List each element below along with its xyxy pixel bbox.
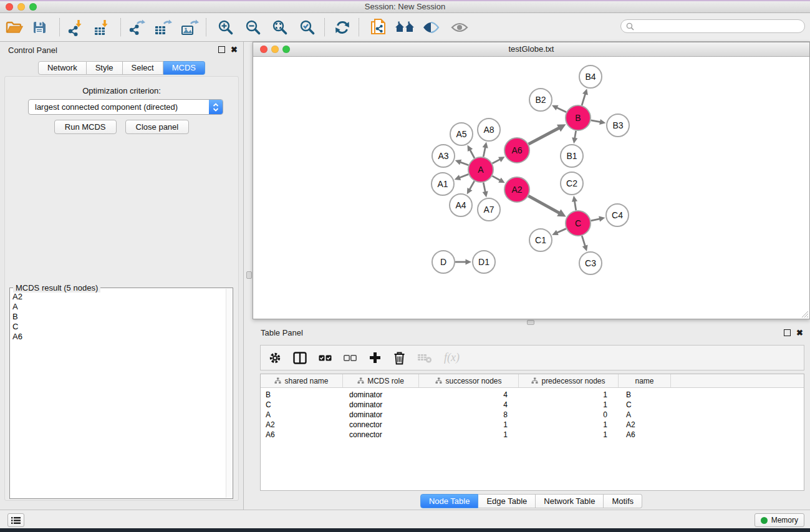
- graph-node-C3[interactable]: C3: [579, 252, 602, 274]
- select-all-button[interactable]: [319, 355, 332, 361]
- graph-node-A6[interactable]: A6: [504, 138, 529, 163]
- mcds-result-item[interactable]: A: [12, 302, 225, 312]
- zoom-out-button[interactable]: [241, 16, 265, 38]
- cell-shared-name[interactable]: B: [261, 390, 343, 400]
- function-builder-button[interactable]: f(x): [444, 351, 460, 364]
- zoom-fit-button[interactable]: [268, 16, 292, 38]
- cell-MCDS-role[interactable]: dominator: [343, 400, 419, 410]
- graph-node-A2[interactable]: A2: [504, 177, 529, 202]
- graph-node-A5[interactable]: A5: [450, 123, 473, 145]
- memory-button[interactable]: Memory: [755, 513, 804, 527]
- close-panel-icon[interactable]: ✖: [231, 46, 238, 53]
- table-row[interactable]: A6connector11A6: [261, 430, 804, 440]
- window-resize-grip[interactable]: [801, 310, 809, 318]
- graph-node-B1[interactable]: B1: [561, 145, 583, 167]
- vertical-splitter-grip[interactable]: [246, 271, 252, 279]
- cell-predecessor-nodes[interactable]: 0: [519, 410, 619, 420]
- deselect-all-button[interactable]: [344, 355, 357, 361]
- cell-predecessor-nodes[interactable]: 1: [519, 420, 619, 430]
- cell-successor-nodes[interactable]: 8: [419, 410, 519, 420]
- column-header-successor-nodes[interactable]: successor nodes: [419, 374, 519, 387]
- refresh-layout-button[interactable]: [330, 16, 354, 38]
- graph-node-A7[interactable]: A7: [478, 198, 500, 221]
- cell-successor-nodes[interactable]: 4: [419, 390, 519, 400]
- cell-shared-name[interactable]: A6: [261, 430, 343, 440]
- network-canvas[interactable]: B4B2BB3A8A5A6A3B1AA1C2A2A4A7C4CC1DD1C3: [253, 57, 809, 319]
- show-columns-button[interactable]: [293, 352, 307, 364]
- result-scrollbar[interactable]: [226, 289, 232, 498]
- cell-name[interactable]: A: [619, 410, 671, 420]
- column-header-shared-name[interactable]: shared name: [261, 374, 343, 387]
- cell-successor-nodes[interactable]: 1: [419, 430, 519, 440]
- graph-node-B2[interactable]: B2: [529, 89, 552, 111]
- graph-node-A[interactable]: A: [468, 157, 493, 182]
- cell-predecessor-nodes[interactable]: 1: [519, 430, 619, 440]
- float-panel-icon[interactable]: [218, 46, 225, 53]
- graph-node-A4[interactable]: A4: [450, 194, 472, 216]
- graph-node-B3[interactable]: B3: [607, 114, 629, 137]
- cell-successor-nodes[interactable]: 4: [419, 400, 519, 410]
- tab-mcds[interactable]: MCDS: [163, 61, 205, 75]
- table-settings-button[interactable]: [269, 352, 281, 364]
- zoom-in-button[interactable]: [214, 16, 238, 38]
- cell-shared-name[interactable]: A: [261, 410, 343, 420]
- zoom-traffic-light[interactable]: [29, 3, 37, 11]
- import-table-button[interactable]: [90, 16, 113, 38]
- mcds-result-item[interactable]: C: [12, 322, 225, 332]
- table-row[interactable]: Bdominator41B: [261, 390, 804, 400]
- export-table-button[interactable]: [151, 16, 175, 38]
- column-header-predecessor-nodes[interactable]: predecessor nodes: [519, 374, 619, 387]
- cell-MCDS-role[interactable]: dominator: [343, 410, 419, 420]
- cell-shared-name[interactable]: C: [261, 400, 343, 410]
- graph-node-C[interactable]: C: [566, 211, 591, 236]
- cell-name[interactable]: B: [619, 390, 671, 400]
- cell-predecessor-nodes[interactable]: 1: [519, 400, 619, 410]
- graph-node-D1[interactable]: D1: [473, 251, 495, 273]
- graph-node-D[interactable]: D: [432, 251, 455, 273]
- export-image-button[interactable]: [178, 16, 201, 38]
- column-header-name[interactable]: name: [619, 374, 671, 387]
- save-session-button[interactable]: [27, 16, 51, 38]
- create-column-button[interactable]: [369, 351, 382, 364]
- graph-node-C4[interactable]: C4: [606, 204, 629, 226]
- table-row[interactable]: Cdominator41C: [261, 400, 804, 410]
- cell-successor-nodes[interactable]: 1: [419, 420, 519, 430]
- network-close-light[interactable]: [260, 46, 268, 53]
- tab-style[interactable]: Style: [87, 61, 123, 75]
- open-session-button[interactable]: [2, 16, 26, 38]
- cell-MCDS-role[interactable]: connector: [343, 430, 419, 440]
- table-row[interactable]: A2connector11A2: [261, 420, 804, 430]
- cell-name[interactable]: A6: [619, 430, 671, 440]
- optimization-dropdown[interactable]: largest connected component (directed): [28, 99, 223, 115]
- search-input[interactable]: [637, 21, 799, 31]
- tab-motifs[interactable]: Motifs: [604, 494, 642, 508]
- tab-select[interactable]: Select: [123, 61, 163, 75]
- graph-node-B[interactable]: B: [566, 105, 591, 130]
- home-button[interactable]: [393, 16, 417, 38]
- show-hide-button[interactable]: [448, 16, 471, 38]
- tab-edge-table[interactable]: Edge Table: [478, 494, 536, 508]
- network-zoom-light[interactable]: [282, 46, 290, 53]
- graph-node-C2[interactable]: C2: [561, 172, 583, 195]
- graph-node-A8[interactable]: A8: [478, 118, 500, 141]
- tab-network[interactable]: Network: [38, 61, 87, 75]
- minimize-traffic-light[interactable]: [17, 3, 25, 11]
- cell-MCDS-role[interactable]: connector: [343, 420, 419, 430]
- delete-column-button[interactable]: [393, 351, 405, 365]
- zoom-selected-button[interactable]: [296, 16, 319, 38]
- toggle-graphics-details-button[interactable]: [419, 16, 443, 38]
- import-network-button[interactable]: [64, 16, 87, 38]
- export-network-button[interactable]: [125, 16, 148, 38]
- delete-table-button[interactable]: [417, 352, 432, 364]
- mcds-result-item[interactable]: A2: [12, 292, 225, 302]
- cell-shared-name[interactable]: A2: [261, 420, 343, 430]
- close-traffic-light[interactable]: [6, 3, 13, 11]
- run-mcds-button[interactable]: Run MCDS: [54, 120, 117, 134]
- graph-node-C1[interactable]: C1: [529, 229, 552, 251]
- close-panel-button[interactable]: Close panel: [125, 120, 190, 134]
- graph-node-A3[interactable]: A3: [432, 145, 455, 167]
- column-header-MCDS-role[interactable]: MCDS role: [343, 374, 419, 387]
- task-history-button[interactable]: [7, 513, 24, 527]
- tab-node-table[interactable]: Node Table: [420, 494, 479, 508]
- cell-predecessor-nodes[interactable]: 1: [519, 390, 619, 400]
